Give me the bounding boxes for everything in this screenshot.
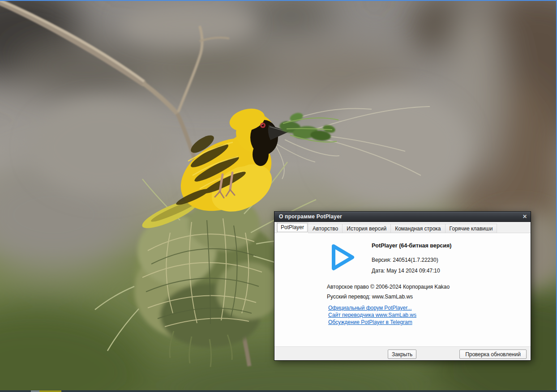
- close-button[interactable]: ✕: [523, 213, 527, 220]
- about-content: PotPlayer (64-битная версия) Версия: 240…: [274, 233, 531, 347]
- player-window: О программе PotPlayer ✕ PotPlayer Авторс…: [0, 0, 557, 392]
- tab-hotkeys[interactable]: Горячие клавиши: [446, 224, 497, 233]
- player-seekbar[interactable]: [0, 390, 557, 392]
- dialog-button-bar: Закрыть Проверка обновлений: [274, 346, 531, 360]
- app-name-heading: PotPlayer (64-битная версия): [372, 243, 451, 249]
- version-line: Версия: 240514(1.7.22230): [372, 257, 438, 263]
- seekbar-buffer: [31, 391, 40, 392]
- tab-command-line[interactable]: Командная строка: [391, 224, 445, 233]
- about-dialog: О программе PotPlayer ✕ PotPlayer Авторс…: [274, 211, 531, 361]
- link-telegram-discussion[interactable]: Обсуждение PotPlayer в Telegram: [328, 319, 416, 325]
- translation-line: Русский перевод: www.SamLab.ws: [327, 294, 413, 300]
- tab-authorship[interactable]: Авторство: [308, 224, 343, 233]
- copyright-line: Авторское право © 2006-2024 Корпорация K…: [327, 284, 450, 290]
- date-line: Дата: May 14 2024 09:47:10: [372, 268, 440, 274]
- seekbar-progress: [39, 391, 61, 392]
- tab-version-history[interactable]: История версий: [343, 224, 391, 233]
- close-dialog-button[interactable]: Закрыть: [388, 349, 416, 359]
- dialog-titlebar[interactable]: О программе PotPlayer ✕: [274, 212, 531, 222]
- close-icon: ✕: [523, 213, 527, 220]
- play-triangle-icon: [329, 242, 357, 273]
- potplayer-logo: [329, 242, 357, 273]
- links-block: Официальный форум PotPlayer... Сайт пере…: [328, 305, 416, 325]
- check-updates-button[interactable]: Проверка обновлений: [459, 349, 527, 359]
- link-official-forum[interactable]: Официальный форум PotPlayer...: [328, 305, 416, 311]
- dialog-title: О программе PotPlayer: [279, 213, 342, 220]
- link-translator-site[interactable]: Сайт переводчика www.SamLab.ws: [328, 312, 416, 318]
- tab-strip: PotPlayer Авторство История версий Коман…: [274, 222, 531, 233]
- window-border-top: [0, 0, 557, 1]
- tab-potplayer[interactable]: PotPlayer: [276, 222, 308, 233]
